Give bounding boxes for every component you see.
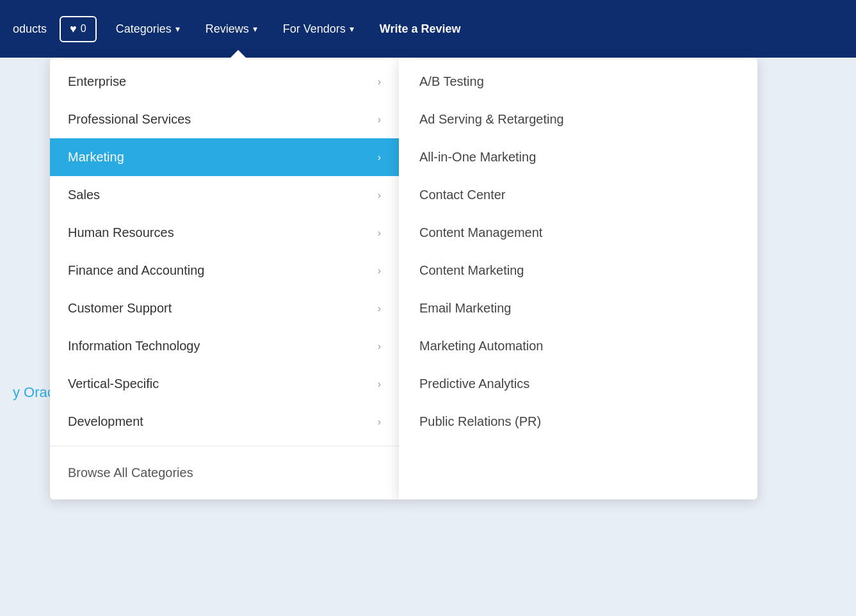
chevron-right-icon: ›	[378, 152, 381, 163]
wishlist-count: 0	[81, 23, 86, 35]
menu-item-label: Development	[68, 414, 143, 429]
submenu-item-label: Contact Center	[419, 188, 506, 202]
submenu-item-label: A/B Testing	[419, 74, 484, 89]
menu-item-enterprise[interactable]: Enterprise ›	[50, 63, 399, 101]
write-review-label: Write a Review	[380, 22, 461, 35]
submenu-item-contact-center[interactable]: Contact Center	[399, 176, 757, 214]
menu-item-label: Professional Services	[68, 112, 191, 127]
submenu-item-label: Public Relations (PR)	[419, 414, 541, 429]
submenu-item-all-in-one-marketing[interactable]: All-in-One Marketing	[399, 138, 757, 176]
submenu-item-content-marketing[interactable]: Content Marketing	[399, 252, 757, 289]
submenu-item-label: Ad Serving & Retargeting	[419, 112, 564, 127]
for-vendors-label: For Vendors	[283, 22, 346, 36]
submenu-item-label: Marketing Automation	[419, 339, 543, 353]
chevron-right-icon: ›	[378, 190, 381, 201]
dropdown-pointer	[229, 50, 247, 59]
right-menu: A/B TestingAd Serving & RetargetingAll-i…	[399, 58, 757, 499]
chevron-right-icon: ›	[378, 303, 381, 314]
menu-item-label: Information Technology	[68, 339, 200, 353]
menu-item-marketing[interactable]: Marketing ›	[50, 138, 399, 176]
submenu-item-label: Content Marketing	[419, 263, 524, 278]
submenu-item-label: Content Management	[419, 225, 542, 240]
submenu-item-marketing-automation[interactable]: Marketing Automation	[399, 327, 757, 365]
reviews-chevron-icon: ▾	[253, 24, 257, 34]
submenu-item-label: All-in-One Marketing	[419, 150, 536, 165]
submenu-item-public-relations[interactable]: Public Relations (PR)	[399, 403, 757, 441]
submenu-item-ab-testing[interactable]: A/B Testing	[399, 63, 757, 101]
menu-item-label: Customer Support	[68, 301, 172, 316]
chevron-right-icon: ›	[378, 76, 381, 88]
menu-item-vertical-specific[interactable]: Vertical-Specific ›	[50, 365, 399, 403]
menu-item-finance-accounting[interactable]: Finance and Accounting ›	[50, 252, 399, 289]
chevron-right-icon: ›	[378, 416, 381, 428]
categories-label: Categories	[116, 22, 172, 36]
chevron-right-icon: ›	[378, 341, 381, 352]
menu-item-label: Vertical-Specific	[68, 377, 159, 391]
for-vendors-nav-item[interactable]: For Vendors ▾	[277, 17, 360, 41]
categories-dropdown: Enterprise › Professional Services › Mar…	[50, 58, 757, 499]
submenu-item-email-marketing[interactable]: Email Marketing	[399, 289, 757, 327]
navbar: oducts ♥ 0 Categories ▾ Reviews ▾ For Ve…	[0, 0, 856, 58]
write-review-nav-item[interactable]: Write a Review	[373, 17, 467, 41]
browse-all-categories[interactable]: Browse All Categories	[50, 451, 399, 494]
menu-divider	[50, 446, 399, 446]
reviews-nav-item[interactable]: Reviews ▾	[199, 17, 264, 41]
reviews-label: Reviews	[206, 22, 249, 36]
menu-item-human-resources[interactable]: Human Resources ›	[50, 214, 399, 252]
left-menu: Enterprise › Professional Services › Mar…	[50, 58, 399, 499]
menu-item-label: Sales	[68, 188, 100, 202]
chevron-right-icon: ›	[378, 378, 381, 390]
menu-item-label: Marketing	[68, 150, 124, 165]
wishlist-button[interactable]: ♥ 0	[60, 16, 97, 42]
chevron-right-icon: ›	[378, 114, 381, 126]
chevron-right-icon: ›	[378, 265, 381, 277]
menu-item-sales[interactable]: Sales ›	[50, 176, 399, 214]
menu-item-customer-support[interactable]: Customer Support ›	[50, 289, 399, 327]
chevron-right-icon: ›	[378, 227, 381, 239]
submenu-item-label: Email Marketing	[419, 301, 511, 316]
menu-item-development[interactable]: Development ›	[50, 403, 399, 441]
menu-item-label: Enterprise	[68, 74, 126, 89]
menu-item-professional-services[interactable]: Professional Services ›	[50, 101, 399, 138]
products-label: oducts	[13, 22, 47, 36]
submenu-item-content-management[interactable]: Content Management	[399, 214, 757, 252]
submenu-item-label: Predictive Analytics	[419, 377, 529, 391]
browse-all-label: Browse All Categories	[68, 466, 193, 480]
categories-chevron-icon: ▾	[175, 24, 180, 34]
menu-item-label: Human Resources	[68, 225, 174, 240]
menu-item-label: Finance and Accounting	[68, 263, 205, 278]
menu-item-information-technology[interactable]: Information Technology ›	[50, 327, 399, 365]
for-vendors-chevron-icon: ▾	[350, 24, 354, 34]
heart-icon: ♥	[70, 22, 77, 36]
categories-nav-item[interactable]: Categories ▾	[109, 17, 186, 41]
submenu-item-ad-serving[interactable]: Ad Serving & Retargeting	[399, 101, 757, 138]
submenu-item-predictive-analytics[interactable]: Predictive Analytics	[399, 365, 757, 403]
